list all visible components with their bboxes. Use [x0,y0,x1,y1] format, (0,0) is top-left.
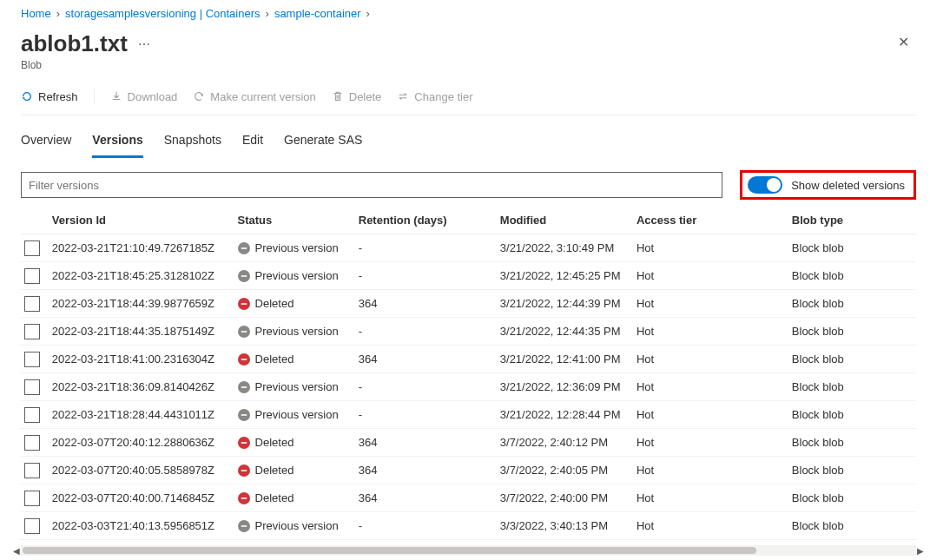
row-checkbox[interactable] [24,491,40,506]
breadcrumb-item-storage[interactable]: storagesamplesversioning | Containers [65,7,261,20]
header-left: ablob1.txt ⋯ Blob [21,30,151,71]
header-retention[interactable]: Retention (days) [359,214,500,227]
deleted-status-icon [238,298,250,310]
table-row[interactable]: 2022-03-07T20:40:00.7146845ZDeleted3643/… [21,484,916,512]
more-actions-icon[interactable]: ⋯ [138,37,151,51]
cell-retention: 364 [359,352,500,366]
cell-retention: - [359,325,500,338]
status-text: Previous version [255,380,339,393]
horizontal-scrollbar[interactable]: ◀ ▶ [21,545,916,556]
cell-blob-type: Block blob [792,408,913,421]
header-access-tier[interactable]: Access tier [636,214,792,227]
scroll-right-icon[interactable]: ▶ [914,545,927,556]
cell-modified: 3/3/2022, 3:40:13 PM [500,519,636,532]
change-tier-label: Change tier [414,90,472,103]
cell-version-id: 2022-03-03T21:40:13.5956851Z [52,519,238,532]
row-checkbox[interactable] [24,379,40,395]
cell-access-tier: Hot [636,380,792,393]
table-row[interactable]: 2022-03-21T18:45:25.3128102ZPrevious ver… [21,262,916,290]
refresh-button[interactable]: Refresh [21,90,78,103]
scroll-left-icon[interactable]: ◀ [10,545,23,556]
row-checkbox[interactable] [24,463,40,478]
cell-status: Previous version [238,519,359,532]
status-text: Previous version [255,241,339,254]
row-checkbox[interactable] [24,352,40,367]
table-body: 2022-03-21T21:10:49.7267185ZPrevious ver… [21,234,916,540]
row-checkbox[interactable] [24,435,40,451]
tab-snapshots[interactable]: Snapshots [164,129,221,158]
row-checkbox[interactable] [24,518,40,534]
table-row[interactable]: 2022-03-21T18:44:39.9877659ZDeleted3643/… [21,290,916,318]
previous-version-status-icon [238,520,250,532]
previous-version-status-icon [238,409,250,421]
page-subtitle: Blob [21,59,151,71]
cell-blob-type: Block blob [792,464,913,477]
header-modified[interactable]: Modified [500,214,636,227]
cell-retention: - [359,519,500,532]
cell-modified: 3/7/2022, 2:40:12 PM [500,436,636,449]
cell-retention: - [359,408,500,421]
cell-status: Previous version [238,269,359,282]
cell-access-tier: Hot [636,352,792,366]
versions-table: Version Id Status Retention (days) Modif… [21,207,916,540]
cell-version-id: 2022-03-07T20:40:05.5858978Z [52,464,238,477]
deleted-status-icon [238,492,250,504]
cell-blob-type: Block blob [792,352,913,366]
svg-rect-10 [241,525,246,527]
row-checkbox[interactable] [24,324,40,339]
row-checkbox[interactable] [24,296,40,312]
close-icon[interactable]: ✕ [891,30,916,54]
swap-icon [397,90,409,102]
cell-blob-type: Block blob [792,269,913,282]
row-checkbox[interactable] [24,240,40,256]
cell-version-id: 2022-03-21T18:36:09.8140426Z [52,380,238,393]
cell-version-id: 2022-03-21T18:44:35.1875149Z [52,325,238,338]
table-row[interactable]: 2022-03-03T21:40:13.5956851ZPrevious ver… [21,512,916,540]
make-current-label: Make current version [210,90,315,103]
cell-version-id: 2022-03-21T18:41:00.2316304Z [52,352,238,366]
previous-version-status-icon [238,381,250,393]
table-row[interactable]: 2022-03-21T21:10:49.7267185ZPrevious ver… [21,234,916,262]
cell-retention: 364 [359,297,500,310]
cell-access-tier: Hot [636,241,792,254]
header-blob-type[interactable]: Blob type [792,214,913,227]
row-checkbox[interactable] [24,407,40,423]
status-text: Deleted [255,297,294,310]
cell-retention: - [359,269,500,282]
status-text: Deleted [255,491,294,504]
breadcrumb-item-container[interactable]: sample-container [274,7,361,20]
deleted-status-icon [238,437,250,449]
refresh-icon [21,90,33,102]
table-row[interactable]: 2022-03-21T18:44:35.1875149ZPrevious ver… [21,318,916,346]
cell-modified: 3/21/2022, 12:45:25 PM [500,269,636,282]
delete-label: Delete [349,90,382,103]
tab-generate-sas[interactable]: Generate SAS [284,129,362,158]
cell-access-tier: Hot [636,519,792,532]
table-row[interactable]: 2022-03-07T20:40:12.2880636ZDeleted3643/… [21,429,916,457]
tab-overview[interactable]: Overview [21,129,71,158]
row-checkbox[interactable] [24,268,40,284]
scrollbar-thumb[interactable] [23,547,756,554]
cell-modified: 3/21/2022, 3:10:49 PM [500,241,636,254]
tab-edit[interactable]: Edit [242,129,263,158]
table-row[interactable]: 2022-03-21T18:36:09.8140426ZPrevious ver… [21,373,916,401]
svg-rect-7 [241,442,246,444]
table-row[interactable]: 2022-03-21T18:28:44.4431011ZPrevious ver… [21,401,916,429]
page-header: ablob1.txt ⋯ Blob ✕ [21,27,916,73]
download-icon [110,90,122,102]
show-deleted-toggle[interactable] [748,176,782,194]
header-status[interactable]: Status [238,214,359,227]
table-row[interactable]: 2022-03-07T20:40:05.5858978ZDeleted3643/… [21,457,916,484]
svg-rect-1 [241,275,246,277]
breadcrumb-item-home[interactable]: Home [21,7,51,20]
filter-versions-input[interactable] [21,172,722,198]
svg-rect-8 [241,470,246,471]
header-version-id[interactable]: Version Id [52,214,238,227]
refresh-label: Refresh [38,90,78,103]
cell-blob-type: Block blob [792,297,913,310]
make-current-icon [193,90,205,102]
table-row[interactable]: 2022-03-21T18:41:00.2316304ZDeleted3643/… [21,346,916,373]
tab-versions[interactable]: Versions [92,129,142,158]
header-checkbox-col [24,214,52,227]
show-deleted-toggle-container: Show deleted versions [740,170,916,200]
